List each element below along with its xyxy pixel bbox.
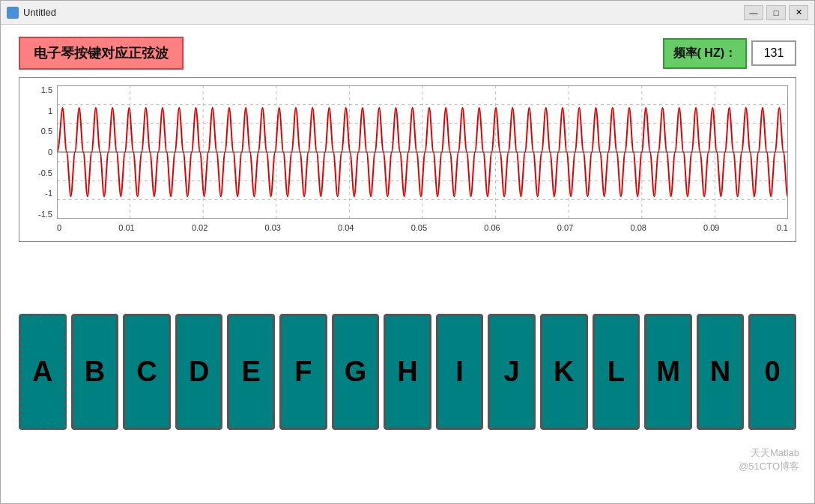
- x-label-0_05: 0.05: [411, 223, 427, 232]
- keys-area: A B C D E F G H I J K L M N 0: [19, 249, 796, 494]
- freq-label: 频率( HZ)：: [663, 38, 747, 69]
- x-label-0_03: 0.03: [264, 223, 280, 232]
- key-n[interactable]: N: [697, 314, 745, 430]
- key-g[interactable]: G: [332, 314, 380, 430]
- watermark-line2: @51CTO博客: [739, 460, 799, 473]
- x-label-0_1: 0.1: [777, 223, 788, 232]
- key-f[interactable]: F: [279, 314, 327, 430]
- window-title: Untitled: [23, 7, 744, 18]
- key-l[interactable]: L: [593, 314, 640, 430]
- watermark: 天天Matlab @51CTO博客: [739, 446, 799, 473]
- x-label-0_09: 0.09: [703, 223, 719, 232]
- app-icon: [7, 7, 19, 19]
- key-j[interactable]: J: [488, 314, 536, 430]
- x-label-0_01: 0.01: [118, 223, 134, 232]
- maximize-button[interactable]: □: [766, 5, 786, 20]
- key-k[interactable]: K: [540, 314, 588, 430]
- chart-area: 1.5 1 0.5 0 -0.5 -1 -1.5: [19, 77, 796, 242]
- y-label-neg1_5: -1.5: [38, 210, 52, 219]
- y-label-1: 1: [48, 106, 52, 115]
- x-label-0_02: 0.02: [192, 223, 207, 232]
- key-a[interactable]: A: [19, 314, 67, 430]
- y-label-neg1: -1: [45, 189, 52, 198]
- main-window: Untitled — □ ✕ 电子琴按键对应正弦波 频率( HZ)： 131 1…: [0, 0, 815, 504]
- key-h[interactable]: H: [384, 314, 431, 430]
- y-label-neg0_5: -0.5: [38, 168, 52, 177]
- y-label-0: 0: [48, 148, 52, 157]
- x-label-0: 0: [57, 223, 61, 232]
- freq-value: 131: [751, 40, 796, 66]
- title-bar: Untitled — □ ✕: [1, 1, 814, 25]
- key-e[interactable]: E: [227, 314, 275, 430]
- key-0[interactable]: 0: [748, 314, 796, 430]
- key-d[interactable]: D: [175, 314, 223, 430]
- y-label-0_5: 0.5: [41, 127, 52, 136]
- y-label-1_5: 1.5: [41, 85, 52, 94]
- chart-svg: [57, 85, 788, 219]
- key-i[interactable]: I: [436, 314, 484, 430]
- x-label-0_07: 0.07: [557, 223, 573, 232]
- key-b[interactable]: B: [71, 314, 119, 430]
- top-controls: 电子琴按键对应正弦波 频率( HZ)： 131: [19, 37, 796, 70]
- content-area: 电子琴按键对应正弦波 频率( HZ)： 131 1.5 1 0.5 0 -0.5…: [1, 25, 814, 503]
- x-label-0_04: 0.04: [338, 223, 354, 232]
- minimize-button[interactable]: —: [744, 5, 763, 20]
- window-controls: — □ ✕: [744, 5, 808, 20]
- x-label-0_06: 0.06: [484, 223, 500, 232]
- x-axis-labels: 0 0.01 0.02 0.03 0.04 0.05 0.06 0.07 0.0…: [57, 220, 788, 241]
- main-label: 电子琴按键对应正弦波: [19, 37, 184, 70]
- y-axis-labels: 1.5 1 0.5 0 -0.5 -1 -1.5: [19, 85, 55, 219]
- watermark-line1: 天天Matlab: [739, 446, 799, 460]
- key-c[interactable]: C: [123, 314, 171, 430]
- close-button[interactable]: ✕: [789, 5, 808, 20]
- key-m[interactable]: M: [644, 314, 692, 430]
- x-label-0_08: 0.08: [630, 223, 646, 232]
- freq-group: 频率( HZ)： 131: [663, 38, 796, 69]
